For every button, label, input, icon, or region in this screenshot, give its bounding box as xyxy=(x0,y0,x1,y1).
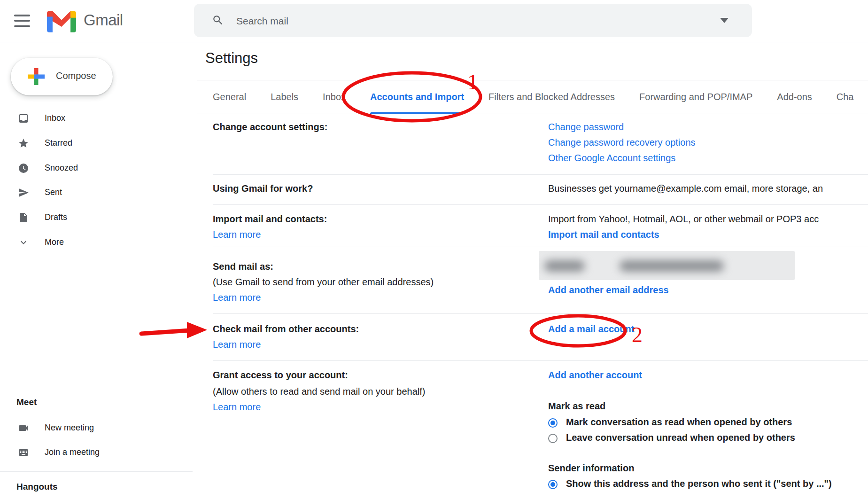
mark-as-read-heading: Mark as read xyxy=(548,401,605,412)
draft-icon xyxy=(18,212,29,223)
divider xyxy=(197,114,868,114)
search-options-chevron-down-icon[interactable] xyxy=(720,18,728,23)
learn-more-link[interactable]: Learn more xyxy=(213,292,261,303)
add-another-account-link[interactable]: Add another account xyxy=(548,370,642,381)
search-icon[interactable] xyxy=(212,14,224,26)
tab-labels[interactable]: Labels xyxy=(271,80,298,114)
radio-label-mark-conversation-read[interactable]: Mark conversation as read when opened by… xyxy=(566,417,868,428)
sidebar-item-inbox[interactable]: Inbox xyxy=(0,106,193,131)
inbox-icon xyxy=(18,113,29,124)
sidebar-item-label: Sent xyxy=(45,187,62,197)
tab-chat[interactable]: Cha xyxy=(837,80,854,114)
sidebar-item-sent[interactable]: Sent xyxy=(0,180,193,205)
send-icon xyxy=(18,187,29,198)
sidebar-item-starred[interactable]: Starred xyxy=(0,131,193,156)
row-label-using-gmail-for-work: Using Gmail for work? xyxy=(213,183,313,194)
radio-leave-conversation-unread[interactable] xyxy=(548,434,558,443)
tab-general[interactable]: General xyxy=(213,80,246,114)
tab-forwarding-and-pop-imap[interactable]: Forwarding and POP/IMAP xyxy=(639,80,752,114)
row-label-import-mail-and-contacts: Import mail and contacts: xyxy=(213,214,327,225)
learn-more-link[interactable]: Learn more xyxy=(213,229,261,240)
sidebar-divider xyxy=(0,471,193,472)
sidebar-item-label: Drafts xyxy=(45,212,67,222)
import-description-text: Import from Yahoo!, Hotmail, AOL, or oth… xyxy=(548,214,868,225)
compose-button[interactable]: Compose xyxy=(11,58,113,95)
gmail-wordmark: Gmail xyxy=(84,11,123,29)
radio-show-address-and-sender[interactable] xyxy=(548,480,558,489)
sidebar-item-drafts[interactable]: Drafts xyxy=(0,205,193,230)
sidebar-item-label: More xyxy=(45,237,64,247)
sidebar-item-label: Join a meeting xyxy=(45,447,100,457)
header: Gmail xyxy=(0,0,868,42)
row-divider xyxy=(213,247,868,247)
change-password-link[interactable]: Change password xyxy=(548,122,624,133)
row-label-send-mail-as: Send mail as: xyxy=(213,261,273,272)
row-divider xyxy=(213,204,868,205)
row-label-grant-access: Grant access to your account: xyxy=(213,370,348,381)
radio-label-leave-conversation-unread[interactable]: Leave conversation unread when opened by… xyxy=(566,432,868,443)
hangouts-section-title: Hangouts xyxy=(16,482,58,492)
grant-access-note: (Allow others to read and send mail on y… xyxy=(213,386,425,397)
learn-more-link[interactable]: Learn more xyxy=(213,402,261,413)
send-mail-as-note: (Use Gmail to send from your other email… xyxy=(213,277,434,288)
hamburger-menu-icon[interactable] xyxy=(14,15,30,27)
other-google-account-settings-link[interactable]: Other Google Account settings xyxy=(548,153,675,164)
clock-icon xyxy=(18,163,29,174)
settings-tabs: General Labels Inbox Accounts and Import… xyxy=(197,80,868,114)
video-camera-icon xyxy=(18,422,29,434)
sidebar-item-snoozed[interactable]: Snoozed xyxy=(0,156,193,180)
chevron-down-icon xyxy=(18,237,29,248)
sidebar-item-label: Inbox xyxy=(45,113,65,123)
row-divider xyxy=(213,313,868,314)
row-label-change-account-settings: Change account settings: xyxy=(213,122,327,133)
learn-more-link[interactable]: Learn more xyxy=(213,339,261,350)
compose-label: Compose xyxy=(56,70,96,81)
add-a-mail-account-link[interactable]: Add a mail account xyxy=(548,324,634,335)
radio-mark-conversation-read[interactable] xyxy=(548,418,558,428)
sidebar-divider xyxy=(0,387,193,387)
sender-information-heading: Sender information xyxy=(548,463,634,474)
search-bar[interactable] xyxy=(194,4,752,37)
keyboard-icon xyxy=(18,447,29,458)
plus-icon xyxy=(28,68,45,85)
tab-inbox[interactable]: Inbox xyxy=(323,80,346,114)
sidebar-item-label: Snoozed xyxy=(45,163,78,173)
tab-accounts-and-import[interactable]: Accounts and Import xyxy=(370,80,464,114)
page-title: Settings xyxy=(205,50,258,67)
row-label-check-mail-from-other-accounts: Check mail from other accounts: xyxy=(213,324,359,335)
search-input[interactable] xyxy=(235,4,683,38)
gmail-for-work-text: Businesses get yourname@example.com emai… xyxy=(548,183,868,194)
annotation-arrow xyxy=(141,322,207,338)
import-mail-and-contacts-link[interactable]: Import mail and contacts xyxy=(548,229,659,240)
radio-label-show-address-and-sender[interactable]: Show this address and the person who sen… xyxy=(566,478,868,489)
sidebar-item-label: Starred xyxy=(45,138,72,148)
star-icon xyxy=(18,138,29,149)
tab-add-ons[interactable]: Add-ons xyxy=(777,80,812,114)
sidebar-item-new-meeting[interactable]: New meeting xyxy=(0,416,193,440)
sidebar-item-join-meeting[interactable]: Join a meeting xyxy=(0,440,193,465)
row-divider xyxy=(213,174,868,175)
sidebar-item-label: New meeting xyxy=(45,423,94,433)
sidebar-item-more[interactable]: More xyxy=(0,230,193,255)
change-password-recovery-options-link[interactable]: Change password recovery options xyxy=(548,137,696,148)
blurred-email-address xyxy=(539,251,795,280)
meet-section-title: Meet xyxy=(16,397,37,407)
gmail-logo-icon[interactable] xyxy=(47,10,76,32)
tab-filters-and-blocked-addresses[interactable]: Filters and Blocked Addresses xyxy=(488,80,615,114)
row-divider xyxy=(213,360,868,361)
add-another-email-address-link[interactable]: Add another email address xyxy=(548,285,669,296)
